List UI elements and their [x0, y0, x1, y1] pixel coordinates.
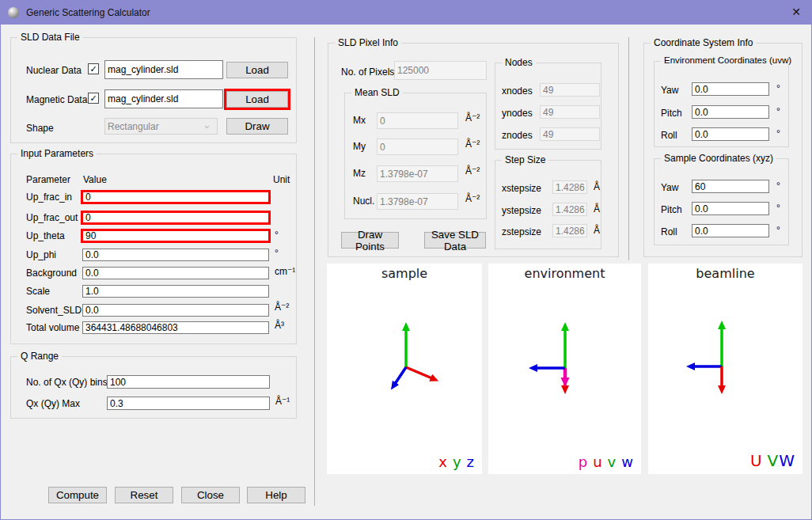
- background-unit: cm⁻¹: [275, 266, 295, 277]
- mz-unit: Å⁻²: [465, 165, 480, 176]
- reset-button[interactable]: Reset: [115, 487, 173, 503]
- close-icon[interactable]: ✕: [791, 6, 801, 18]
- my-unit: Å⁻²: [465, 139, 480, 150]
- qx-max-unit: Å⁻¹: [275, 396, 290, 407]
- env-yaw-input[interactable]: 0.0: [692, 82, 769, 96]
- group-title: SLD Data File: [17, 32, 83, 43]
- legend-W: W: [779, 451, 795, 470]
- sample-axes-legend: xyz: [438, 454, 474, 470]
- env-roll-label: Roll: [661, 130, 677, 141]
- up-phi-unit: °: [275, 248, 279, 259]
- environment-axes-plot: [488, 264, 641, 474]
- group-title: Q Range: [17, 351, 62, 362]
- close-button[interactable]: Close: [181, 487, 240, 503]
- group-title: Input Parameters: [17, 148, 97, 159]
- checkmark-icon: ✓: [89, 93, 97, 104]
- env-roll-unit: °: [776, 128, 780, 139]
- legend-V: V: [768, 451, 779, 470]
- zstepsize-label: zstepsize: [502, 226, 541, 237]
- zstepsize-input: 1.4286: [552, 224, 587, 237]
- group-title: Environment Coordinates (uvw): [661, 55, 795, 65]
- group-coordinate-system-info: Coordinate System Info Environment Coord…: [643, 43, 803, 257]
- group-title: SLD Pixel Info: [335, 37, 401, 48]
- qx-bins-input[interactable]: 100: [107, 375, 270, 389]
- ynodes-label: ynodes: [502, 108, 533, 119]
- group-q-range: Q Range No. of Qx (Qy) bins 100 Qx (Qy) …: [10, 356, 297, 419]
- header-unit: Unit: [273, 174, 290, 185]
- environment-axes-legend: puvw: [579, 454, 633, 470]
- env-pitch-input[interactable]: 0.0: [692, 105, 769, 119]
- total-volume-unit: Å³: [275, 320, 284, 331]
- solvent-sld-label: Solvent_SLD: [26, 305, 82, 316]
- up-phi-input[interactable]: 0.0: [82, 249, 269, 261]
- titlebar: Generic Scattering Calculator ✕: [1, 1, 811, 25]
- legend-u: u: [593, 454, 601, 470]
- nuclear-data-file-input[interactable]: mag_cylinder.sld: [104, 60, 223, 79]
- mx-label: Mx: [353, 115, 366, 126]
- sample-pitch-input[interactable]: 0.0: [692, 202, 769, 215]
- group-sld-data-file: SLD Data File Nuclear Data ✓ mag_cylinde…: [10, 37, 297, 143]
- scale-input[interactable]: 1.0: [82, 285, 269, 298]
- shape-dropdown[interactable]: Rectangular ⌄: [104, 118, 218, 135]
- background-input[interactable]: 0.0: [82, 267, 269, 279]
- env-pitch-label: Pitch: [661, 108, 682, 119]
- env-yaw-unit: °: [776, 83, 780, 94]
- solvent-sld-input[interactable]: 0.0: [82, 304, 269, 317]
- up-frac-out-label: Up_frac_out: [26, 212, 78, 223]
- ynodes-input: 49: [540, 105, 600, 119]
- xstepsize-unit: Å: [594, 181, 600, 192]
- qx-max-input[interactable]: 0.3: [107, 397, 270, 410]
- sample-axes-panel: sample xyz: [327, 264, 482, 474]
- help-button[interactable]: Help: [247, 487, 305, 503]
- nuclear-data-checkbox[interactable]: ✓: [88, 63, 99, 74]
- window-title: Generic Scattering Calculator: [26, 7, 150, 18]
- group-title: Nodes: [502, 57, 536, 68]
- group-sld-pixel-info: SLD Pixel Info No. of Pixels 125000 Mean…: [328, 43, 619, 257]
- up-theta-label: Up_theta: [26, 230, 65, 241]
- solvent-sld-unit: Å⁻²: [275, 302, 289, 313]
- up-frac-in-label: Up_frac_in: [26, 192, 72, 203]
- sample-roll-input[interactable]: 0.0: [692, 224, 769, 237]
- shape-label: Shape: [26, 123, 54, 134]
- checkmark-icon: ✓: [89, 64, 97, 74]
- draw-button[interactable]: Draw: [226, 118, 288, 135]
- magnetic-data-checkbox[interactable]: ✓: [88, 93, 99, 104]
- up-theta-unit: °: [275, 230, 279, 241]
- magnetic-load-highlight: Load: [224, 89, 290, 110]
- nuclear-load-button[interactable]: Load: [226, 62, 288, 78]
- magnetic-load-button[interactable]: Load: [226, 91, 288, 108]
- sample-roll-unit: °: [776, 225, 780, 236]
- no-of-pixels-label: No. of Pixels: [341, 66, 394, 78]
- legend-z: z: [467, 454, 474, 470]
- xnodes-input: 49: [540, 83, 600, 97]
- background-label: Background: [26, 268, 77, 279]
- sample-axes-plot: [327, 264, 482, 474]
- legend-w: w: [621, 454, 633, 470]
- ystepsize-label: ystepsize: [502, 205, 541, 216]
- group-sample-coordinates: Sample Coordinates (xyz) Yaw 60 ° Pitch …: [654, 158, 789, 245]
- sample-yaw-input[interactable]: 60: [692, 180, 769, 193]
- legend-p: p: [579, 454, 587, 470]
- group-step-size: Step Size xstepsize 1.4286 Å ystepsize 1…: [495, 160, 601, 249]
- nucl-unit: Å⁻²: [465, 193, 480, 204]
- total-volume-input[interactable]: 364431.48688046803: [82, 321, 269, 334]
- ystepsize-input: 1.4286: [552, 203, 587, 216]
- header-value: Value: [83, 174, 107, 185]
- legend-v: v: [608, 454, 617, 470]
- zstepsize-unit: Å: [594, 225, 600, 236]
- mx-unit: Å⁻²: [465, 112, 480, 123]
- up-theta-input[interactable]: 90: [81, 229, 271, 243]
- magnetic-data-file-input[interactable]: mag_cylinder.sld: [104, 89, 223, 108]
- mz-label: Mz: [353, 168, 366, 179]
- scale-label: Scale: [26, 286, 50, 297]
- up-frac-out-input[interactable]: 0: [81, 211, 271, 225]
- nuclear-data-label: Nuclear Data: [26, 65, 82, 76]
- env-roll-input[interactable]: 0.0: [692, 127, 769, 141]
- nucl-input: 1.3798e-07: [377, 193, 458, 210]
- save-sld-data-button[interactable]: Save SLD Data: [424, 232, 486, 249]
- draw-points-button[interactable]: Draw Points: [341, 232, 399, 249]
- up-frac-in-input[interactable]: 0: [81, 190, 271, 204]
- shape-value: Rectangular: [108, 121, 159, 132]
- beamline-axes-panel: beamline UVW: [648, 264, 803, 474]
- compute-button[interactable]: Compute: [48, 487, 107, 503]
